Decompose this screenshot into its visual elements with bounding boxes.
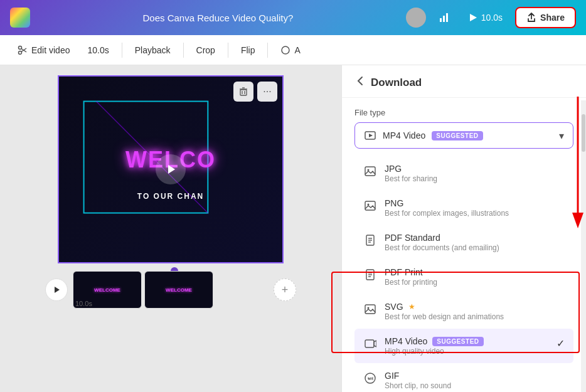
option-item-png[interactable]: PNG Best for complex images, illustratio… [354, 191, 573, 225]
audio-label: A [294, 45, 300, 55]
timeline-play-button[interactable] [45, 278, 68, 301]
option-name-png: PNG [385, 198, 403, 208]
more-options-button[interactable]: ··· [257, 82, 277, 102]
mp4-selected-icon [364, 129, 376, 142]
video-thumbnail: WELCO TO OUR CHAN [59, 77, 282, 262]
timeline-play-icon [53, 286, 60, 294]
selected-option-label: MP4 Video [383, 130, 425, 140]
delete-video-button[interactable] [233, 82, 253, 102]
edit-video-button[interactable]: Edit video [10, 41, 77, 59]
video-play-button[interactable] [156, 154, 186, 184]
image-icon [364, 199, 376, 212]
image-icon [364, 165, 376, 177]
option-name-svg: SVG [385, 302, 403, 312]
scissors-icon [18, 45, 28, 55]
option-icon-pdf-standard [363, 233, 377, 247]
check-icon-mp4: ✓ [557, 337, 565, 349]
option-desc-pdf-standard: Best for documents (and emailing) [385, 243, 565, 252]
top-bar-right: 10.0s Share [406, 7, 576, 28]
file-type-label: File type [354, 108, 573, 117]
panel-title: Download [371, 77, 422, 89]
edit-video-label: Edit video [31, 45, 70, 55]
toolbar-divider-2 [183, 43, 184, 58]
svg-marker-17 [55, 287, 60, 293]
timeline-thumb-1: WELCOME 10.0s [73, 271, 142, 309]
canvas-area: ‹ WELCO TO OUR CHAN [0, 65, 341, 392]
duration-button[interactable]: 10.0s [80, 41, 116, 59]
playback-label: Playback [135, 45, 171, 55]
option-item-mp4[interactable]: MP4 VideoSUGGESTED High quality video ✓ [354, 329, 573, 363]
share-button[interactable]: Share [515, 7, 576, 28]
document-title: Does Canva Reduce Video Quality? [30, 13, 406, 23]
svg-marker-37 [374, 341, 376, 347]
option-desc-pdf-print: Best for printing [385, 278, 565, 287]
option-desc-svg: Best for web design and animations [385, 312, 565, 321]
option-icon-mp4 [363, 337, 377, 351]
option-name-row-gif: GIF [385, 371, 565, 381]
svg-point-8 [282, 46, 289, 54]
option-desc-mp4: High quality video [385, 347, 549, 356]
svg-marker-3 [470, 14, 477, 21]
share-label: Share [540, 13, 565, 23]
option-text-svg: SVG★ Best for web design and animations [385, 302, 565, 321]
option-name-row-svg: SVG★ [385, 302, 565, 312]
selected-option-left: MP4 Video SUGGESTED [364, 129, 483, 142]
option-item-gif[interactable]: GIF Short clip, no sound [354, 363, 573, 392]
svg-point-23 [368, 169, 370, 171]
option-item-pdf-standard[interactable]: PDF Standard Best for documents (and ema… [354, 225, 573, 260]
options-list: JPG Best for sharing PNG Best for comple… [354, 156, 573, 392]
thumb-image-2[interactable]: WELCOME [144, 271, 213, 309]
option-item-pdf-print[interactable]: PDF Print Best for printing [354, 260, 573, 294]
file-type-dropdown[interactable]: MP4 Video SUGGESTED ▾ [354, 122, 573, 149]
option-name-row-pdf-print: PDF Print [385, 267, 565, 277]
duration-toolbar-label: 10.0s [87, 45, 109, 55]
thumb-duration: 10.0s [75, 300, 92, 307]
option-desc-png: Best for complex images, illustrations [385, 209, 565, 218]
video-icon [364, 337, 376, 350]
play-duration-button[interactable]: 10.0s [462, 9, 509, 26]
option-text-gif: GIF Short clip, no sound [385, 371, 565, 390]
toolbar: Edit video 10.0s Playback Crop Flip A [0, 35, 586, 65]
stats-button[interactable] [432, 8, 456, 27]
svg-point-5 [19, 51, 22, 54]
timeline-container: WELCOME 10.0s WELCOME + [45, 271, 296, 309]
flip-label: Flip [241, 45, 255, 55]
panel-header: Download [342, 65, 586, 98]
audio-icon [280, 45, 290, 55]
option-name-row-png: PNG [385, 198, 565, 208]
audio-button[interactable]: A [273, 41, 307, 59]
timeline-track: WELCOME 10.0s WELCOME + [45, 271, 296, 309]
timeline-thumb-2: WELCOME [144, 271, 213, 309]
option-item-svg[interactable]: SVG★ Best for web design and animations [354, 294, 573, 329]
more-icon: ··· [263, 86, 271, 97]
suggested-badge: SUGGESTED [432, 131, 482, 140]
svg-marker-19 [572, 213, 583, 228]
document-icon [364, 268, 376, 281]
playback-button[interactable]: Playback [127, 41, 178, 59]
svg-point-38 [365, 373, 375, 383]
svg-point-4 [19, 46, 22, 49]
panel-back-button[interactable] [354, 75, 366, 90]
svg-rect-1 [443, 16, 445, 22]
video-container: WELCO TO OUR CHAN [58, 75, 284, 263]
option-text-png: PNG Best for complex images, illustratio… [385, 198, 565, 218]
add-clip-button[interactable]: + [274, 278, 296, 301]
svg-rect-36 [365, 340, 374, 347]
option-item-jpg[interactable]: JPG Best for sharing [354, 156, 573, 191]
canva-logo[interactable] [10, 8, 30, 28]
svg-rect-0 [440, 18, 442, 22]
timeline-thumb-container: WELCOME 10.0s WELCOME [73, 271, 269, 309]
option-text-mp4: MP4 VideoSUGGESTED High quality video [385, 336, 549, 356]
red-arrow-svg [568, 97, 586, 235]
avatar[interactable] [406, 8, 426, 28]
option-text-pdf-standard: PDF Standard Best for documents (and ema… [385, 233, 565, 252]
flip-button[interactable]: Flip [233, 41, 263, 59]
crop-button[interactable]: Crop [189, 41, 223, 59]
crop-label: Crop [196, 45, 215, 55]
share-icon [526, 13, 536, 23]
top-bar: Does Canva Reduce Video Quality? 10.0s S… [0, 0, 586, 35]
option-badge-mp4: SUGGESTED [432, 337, 483, 346]
svg-rect-24 [365, 201, 375, 210]
thumb-text-1: WELCOME [94, 287, 120, 293]
svg-point-35 [368, 307, 370, 309]
